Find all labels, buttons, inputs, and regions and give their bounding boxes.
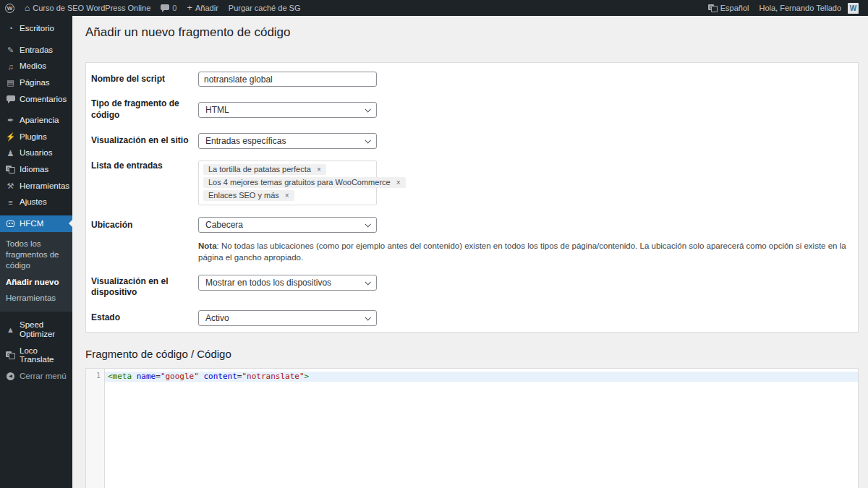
language-switcher[interactable]: Español (703, 0, 754, 16)
wordpress-logo-menu[interactable]: W (0, 0, 20, 16)
avatar: W (848, 3, 859, 14)
form-row-ubicacion: Ubicación Cabecera Nota: No todas las ub… (91, 217, 849, 263)
menu-separator (0, 210, 72, 215)
form-row-estado: Estado Activo (91, 310, 849, 326)
sidebar-item-label: Plugins (20, 132, 47, 142)
translate-icon (6, 351, 15, 359)
field-label: Lista de entradas (91, 160, 198, 205)
media-icon: ♫ (6, 62, 15, 71)
admin-sidebar: ◔ Escritorio ✎ Entradas ♫ Medios ▤ Págin… (0, 16, 72, 488)
sidebar-item-loco-translate[interactable]: Loco Translate (0, 343, 72, 368)
remove-tag-icon[interactable]: × (396, 179, 401, 187)
code-token: content (203, 372, 237, 381)
comments-shortcut[interactable]: 0 (156, 0, 182, 16)
sidebar-item-herramientas[interactable]: ⚒ Herramientas (0, 178, 72, 194)
code-area[interactable]: <meta name="google" content="notranslate… (105, 369, 858, 488)
sidebar-item-escritorio[interactable]: ◔ Escritorio (0, 20, 72, 37)
home-icon: ⌂ (25, 4, 30, 12)
purge-cache-button[interactable]: Purgar caché de SG (224, 0, 306, 16)
language-label: Español (720, 4, 749, 12)
status-select[interactable]: Activo (198, 310, 377, 326)
code-editor: 1 <meta name="google" content="notransla… (85, 368, 859, 488)
form-row-visualizacion-sitio: Visualización en el sitio Entradas espec… (91, 133, 849, 149)
sidebar-item-label: HFCM (20, 219, 43, 228)
sidebar-item-ajustes[interactable]: ≡ Ajustes (0, 194, 72, 210)
code-token: "google" (161, 372, 199, 381)
posts-multiselect[interactable]: La tortilla de patatas perfecta× Los 4 m… (198, 160, 377, 205)
chevron-down-icon (365, 221, 370, 227)
selected-post-tag: Los 4 mejores temas gratuitos para WooCo… (203, 177, 406, 188)
field-label: Visualización en el dispositivo (91, 275, 198, 299)
remove-tag-icon[interactable]: × (317, 166, 321, 174)
snippet-form: Nombre del script Tipo de fragmento de c… (85, 62, 859, 333)
sidebar-item-hfcm[interactable]: HFCM (0, 215, 72, 232)
sidebar-item-entradas[interactable]: ✎ Entradas (0, 42, 72, 59)
site-name-link[interactable]: ⌂ Curso de SEO WordPress Online (20, 0, 156, 16)
selected-value: HTML (205, 105, 229, 115)
code-token: "notranslate" (242, 372, 304, 381)
sidebar-item-label: Apariencia (20, 116, 59, 125)
submenu-item-herramientas[interactable]: Herramientas (0, 290, 72, 307)
device-display-select[interactable]: Mostrar en todos los dispositivos (198, 275, 377, 291)
form-row-tipo: Tipo de fragmento de código HTML (91, 98, 849, 121)
sidebar-item-usuarios[interactable]: ♟ Usuarios (0, 145, 72, 161)
selected-value: Cabecera (205, 220, 243, 230)
plus-icon: + (187, 3, 192, 12)
sidebar-item-plugins[interactable]: ⚡ Plugins (0, 129, 72, 145)
chevron-down-icon (365, 137, 370, 143)
sidebar-item-paginas[interactable]: ▤ Páginas (0, 74, 72, 91)
submenu-item-anadir-nuevo[interactable]: Añadir nuevo (0, 274, 72, 291)
rocket-icon: ▲ (6, 325, 15, 334)
account-menu[interactable]: Hola, Fernando Tellado W (754, 0, 868, 16)
hfcm-submenu: Todos los fragmentos de código Añadir nu… (0, 232, 72, 312)
selected-post-tag: La tortilla de patatas perfecta× (203, 164, 326, 175)
location-select[interactable]: Cabecera (198, 217, 377, 233)
code-token: <meta (108, 372, 132, 381)
selected-value: Activo (205, 313, 229, 323)
translate-icon (708, 4, 718, 12)
sidebar-item-label: Entradas (20, 46, 53, 55)
selected-value: Entradas específicas (205, 136, 286, 146)
sidebar-item-cerrar-menu[interactable]: ◀ Cerrar menú (0, 368, 72, 385)
dashboard-icon: ◔ (6, 24, 15, 33)
comment-bubble-icon (161, 4, 169, 10)
sidebar-item-medios[interactable]: ♫ Medios (0, 58, 72, 74)
field-label: Visualización en el sitio (91, 135, 198, 147)
sidebar-item-label: Speed Optimizer (20, 320, 67, 338)
site-display-select[interactable]: Entradas específicas (198, 133, 377, 149)
sidebar-item-label: Loco Translate (20, 346, 67, 364)
main-content: Añadir un nuevo fragmento de código Nomb… (72, 0, 868, 488)
script-name-input[interactable] (198, 72, 377, 87)
users-icon: ♟ (6, 149, 15, 158)
sidebar-item-speed-optimizer[interactable]: ▲ Speed Optimizer (0, 317, 72, 342)
new-content-menu[interactable]: + Añadir (182, 0, 223, 16)
chevron-down-icon (365, 314, 370, 320)
code-token: = (156, 372, 161, 381)
page-title: Añadir un nuevo fragmento de código (85, 16, 859, 40)
menu-separator (0, 107, 72, 112)
comments-count: 0 (172, 4, 176, 12)
sidebar-item-label: Idiomas (20, 165, 48, 174)
settings-sliders-icon: ≡ (6, 198, 15, 207)
chevron-down-icon (365, 106, 370, 112)
line-number: 1 (86, 372, 101, 380)
sidebar-item-label: Ajustes (20, 197, 47, 207)
sidebar-item-comentarios[interactable]: Comentarios (0, 91, 72, 108)
field-label: Ubicación (91, 217, 198, 263)
submenu-item-todos-los-fragmentos[interactable]: Todos los fragmentos de código (0, 236, 72, 274)
sidebar-item-idiomas[interactable]: Idiomas (0, 161, 72, 178)
snippet-type-select[interactable]: HTML (198, 102, 377, 118)
sidebar-item-label: Herramientas (20, 181, 69, 191)
selected-post-tag: Enlaces SEO y más× (203, 190, 294, 201)
sidebar-item-label: Medios (20, 61, 46, 71)
sidebar-item-apariencia[interactable]: ✒ Apariencia (0, 112, 72, 129)
site-name-label: Curso de SEO WordPress Online (33, 4, 150, 12)
sidebar-item-label: Comentarios (20, 95, 67, 104)
remove-tag-icon[interactable]: × (285, 192, 289, 200)
tag-label: Enlaces SEO y más (208, 191, 279, 200)
plugin-icon: ⚡ (6, 132, 15, 141)
note-label: Nota (198, 241, 217, 250)
sidebar-item-label: Páginas (20, 78, 50, 87)
appearance-brush-icon: ✒ (6, 116, 15, 124)
sidebar-item-label: Escritorio (20, 24, 54, 33)
